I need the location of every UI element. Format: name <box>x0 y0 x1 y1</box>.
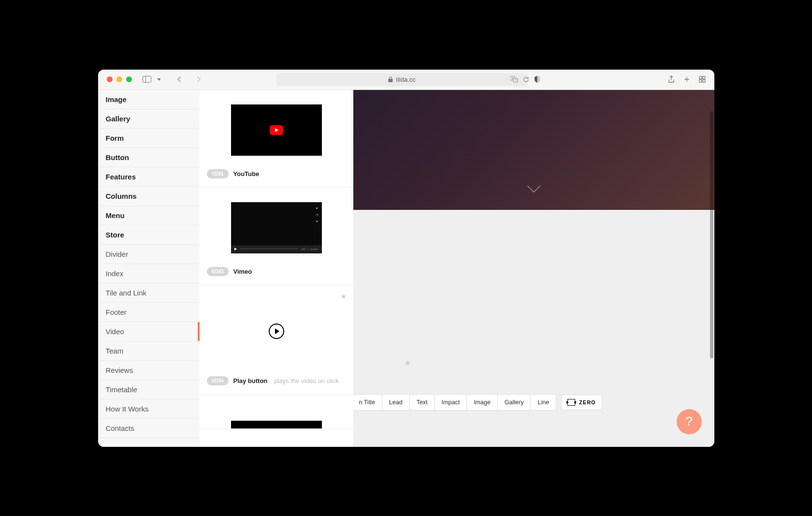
quick-btn-line[interactable]: Line <box>530 394 556 411</box>
block-vimeo[interactable]: ♥ ◷ ➤ HD ⁝⁝ vimeo VD03 Vimeo <box>200 188 353 285</box>
vimeo-clock-icon: ◷ <box>316 213 319 217</box>
zero-block-icon <box>567 399 575 406</box>
shield-icon[interactable] <box>534 76 540 83</box>
youtube-play-icon <box>270 125 283 135</box>
sidebar-item-how-it-works[interactable]: How It Works <box>98 399 200 419</box>
vimeo-play-icon <box>234 248 237 251</box>
sidebar-item-columns[interactable]: Columns <box>98 187 200 206</box>
scroll-down-icon[interactable] <box>526 183 541 191</box>
tab-dropdown-icon[interactable] <box>157 78 161 81</box>
block-code: VD04 <box>207 376 229 385</box>
titlebar: tilda.cc E文 <box>98 70 714 90</box>
block-youtube[interactable]: VD01 YouTube <box>200 90 353 188</box>
quick-btn-image[interactable]: Image <box>466 394 498 411</box>
sidebar-item-form[interactable]: Form <box>98 129 200 148</box>
sidebar-item-reviews[interactable]: Reviews <box>98 361 200 380</box>
block-code: VD03 <box>207 267 229 276</box>
quick-btn-lead[interactable]: Lead <box>382 394 410 411</box>
help-icon: ? <box>685 414 692 429</box>
vimeo-share-icon: ➤ <box>316 220 319 223</box>
svg-rect-6 <box>699 80 702 82</box>
reload-icon[interactable] <box>523 76 529 83</box>
sidebar-item-video[interactable]: Video <box>98 322 200 341</box>
block-name: YouTube <box>233 170 260 177</box>
translate-icon[interactable]: E文 <box>510 76 518 83</box>
play-circle-icon <box>269 324 284 339</box>
block-play-button[interactable]: ★ VD04 Play button plays the video on cl… <box>200 285 353 395</box>
share-icon[interactable] <box>668 75 675 83</box>
quick-btn-text[interactable]: Text <box>409 394 435 411</box>
sidebar-item-team[interactable]: Team <box>98 341 200 361</box>
browser-window: tilda.cc E文 Image Gallery Form Button Fe… <box>98 70 714 447</box>
url-text: tilda.cc <box>396 76 415 83</box>
block-preview-partial <box>231 421 322 428</box>
quick-btn-gallery[interactable]: Gallery <box>497 394 531 411</box>
hero-block[interactable] <box>353 90 714 210</box>
sidebar-item-image[interactable]: Image <box>98 90 200 109</box>
vimeo-hd-label: HD ⁝⁝ vimeo <box>301 247 318 251</box>
svg-text:文: 文 <box>515 78 518 82</box>
vimeo-progress-bar <box>240 248 299 250</box>
sidebar-toggle-icon[interactable] <box>143 76 151 83</box>
window-close-button[interactable] <box>107 76 113 82</box>
block-name: Play button <box>233 377 268 384</box>
sidebar-item-button[interactable]: Button <box>98 148 200 167</box>
sidebar-item-contacts[interactable]: Contacts <box>98 419 200 438</box>
svg-text:E: E <box>512 77 514 80</box>
svg-rect-7 <box>703 80 705 82</box>
sidebar-item-gallery[interactable]: Gallery <box>98 109 200 129</box>
scrollbar[interactable] <box>710 111 713 445</box>
svg-rect-4 <box>699 76 702 79</box>
traffic-lights <box>107 76 132 82</box>
sidebar-item-store[interactable]: Store <box>98 225 200 245</box>
vimeo-preview: ♥ ◷ ➤ HD ⁝⁝ vimeo <box>231 202 322 253</box>
tabs-overview-icon[interactable] <box>699 76 706 83</box>
quick-btn-zero[interactable]: ZERO <box>561 395 602 410</box>
play-button-preview <box>231 300 322 363</box>
sidebar-item-features[interactable]: Features <box>98 167 200 187</box>
sidebar-item-index[interactable]: Index <box>98 264 200 283</box>
sidebar-item-menu[interactable]: Menu <box>98 206 200 225</box>
quick-add-bar: n Title Lead Text Impact Image Gallery L… <box>353 394 602 411</box>
nav-forward-button[interactable] <box>195 76 200 82</box>
youtube-preview <box>231 104 322 156</box>
sidebar-item-tile-and-link[interactable]: Tile and Link <box>98 283 200 303</box>
new-tab-icon[interactable] <box>683 76 690 83</box>
window-maximize-button[interactable] <box>126 76 132 82</box>
blocks-panel: VD01 YouTube ♥ ◷ ➤ HD <box>200 90 353 447</box>
lock-icon <box>388 76 393 82</box>
scrollbar-thumb[interactable] <box>710 111 713 358</box>
category-sidebar: Image Gallery Form Button Features Colum… <box>98 90 200 447</box>
svg-rect-5 <box>703 76 705 79</box>
window-minimize-button[interactable] <box>116 76 122 82</box>
sidebar-item-footer[interactable]: Footer <box>98 303 200 322</box>
favorite-star-icon[interactable]: ★ <box>340 292 347 301</box>
block-code: VD01 <box>207 169 229 178</box>
canvas-favorite-icon[interactable]: ★ <box>404 358 411 368</box>
block-desc: plays the video on click <box>274 377 339 384</box>
nav-back-button[interactable] <box>177 76 183 82</box>
block-name: Vimeo <box>233 268 252 275</box>
help-button[interactable]: ? <box>677 409 702 434</box>
quick-btn-impact[interactable]: Impact <box>435 394 467 411</box>
block-next[interactable] <box>200 395 353 429</box>
quick-btn-title[interactable]: n Title <box>353 394 382 411</box>
sidebar-item-divider[interactable]: Divider <box>98 245 200 264</box>
vimeo-like-icon: ♥ <box>316 206 318 210</box>
sidebar-item-timetable[interactable]: Timetable <box>98 380 200 399</box>
address-bar[interactable]: tilda.cc E文 <box>276 73 528 86</box>
content-area: Image Gallery Form Button Features Colum… <box>98 90 714 447</box>
canvas-area: ★ n Title Lead Text Impact Image Gallery… <box>353 90 714 447</box>
